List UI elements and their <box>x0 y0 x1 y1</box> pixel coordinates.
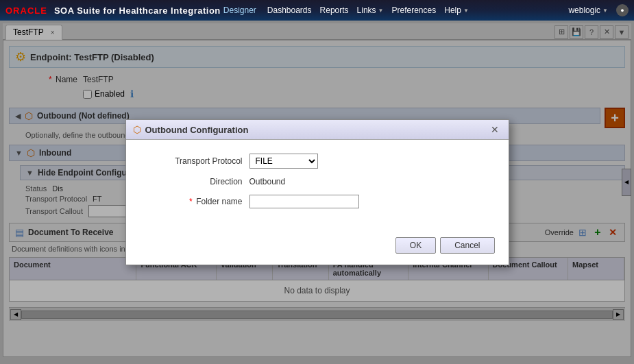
modal-direction-row: Direction Outbound <box>147 177 488 186</box>
nav-help-dropdown[interactable]: Help ▼ <box>444 5 469 15</box>
folder-required-star: * <box>189 197 193 206</box>
modal-footer: OK Cancel <box>126 230 509 265</box>
topbar-circle-icon: ● <box>616 4 629 16</box>
modal-title: Outbound Configuration <box>145 125 484 135</box>
designer-label: Designer <box>223 5 256 15</box>
modal-close-button[interactable]: ✕ <box>488 124 502 135</box>
outbound-config-modal: ⬡ Outbound Configuration ✕ Transport Pro… <box>125 119 509 265</box>
modal-cancel-button[interactable]: Cancel <box>440 237 494 254</box>
app-title: SOA Suite for Healthcare Integration <box>54 5 221 16</box>
modal-transport-label: Transport Protocol <box>147 156 243 166</box>
user-dropdown-arrow: ▼ <box>602 8 608 14</box>
modal-direction-value: Outbound <box>249 177 286 186</box>
nav-links: Dashboards Reports Links ▼ Preferences H… <box>267 5 569 15</box>
nav-dashboards[interactable]: Dashboards <box>267 5 312 15</box>
oracle-logo: ORACLE <box>5 5 50 16</box>
links-dropdown-arrow: ▼ <box>378 8 384 14</box>
modal-folder-label: * Folder name <box>147 197 243 206</box>
modal-body: Transport Protocol FILE FTP SFTP MLLP Di… <box>126 140 509 230</box>
oracle-text: ORACLE <box>5 5 47 16</box>
modal-ok-button[interactable]: OK <box>395 237 436 254</box>
modal-folder-row: * Folder name <box>147 195 488 208</box>
modal-overlay: ⬡ Outbound Configuration ✕ Transport Pro… <box>0 21 634 364</box>
modal-direction-label: Direction <box>147 177 243 186</box>
modal-title-icon: ⬡ <box>133 124 141 135</box>
modal-transport-select[interactable]: FILE FTP SFTP MLLP <box>249 154 318 169</box>
user-menu[interactable]: weblogic ▼ <box>568 5 608 15</box>
topbar: ORACLE SOA Suite for Healthcare Integrat… <box>0 0 634 21</box>
help-dropdown-arrow: ▼ <box>463 8 469 14</box>
modal-transport-row: Transport Protocol FILE FTP SFTP MLLP <box>147 154 488 169</box>
folder-name-input[interactable] <box>249 195 359 208</box>
nav-preferences[interactable]: Preferences <box>392 5 437 15</box>
nav-links-dropdown[interactable]: Links ▼ <box>357 5 384 15</box>
nav-reports[interactable]: Reports <box>320 5 349 15</box>
topbar-right: weblogic ▼ ● <box>568 4 629 16</box>
modal-titlebar: ⬡ Outbound Configuration ✕ <box>126 120 509 140</box>
